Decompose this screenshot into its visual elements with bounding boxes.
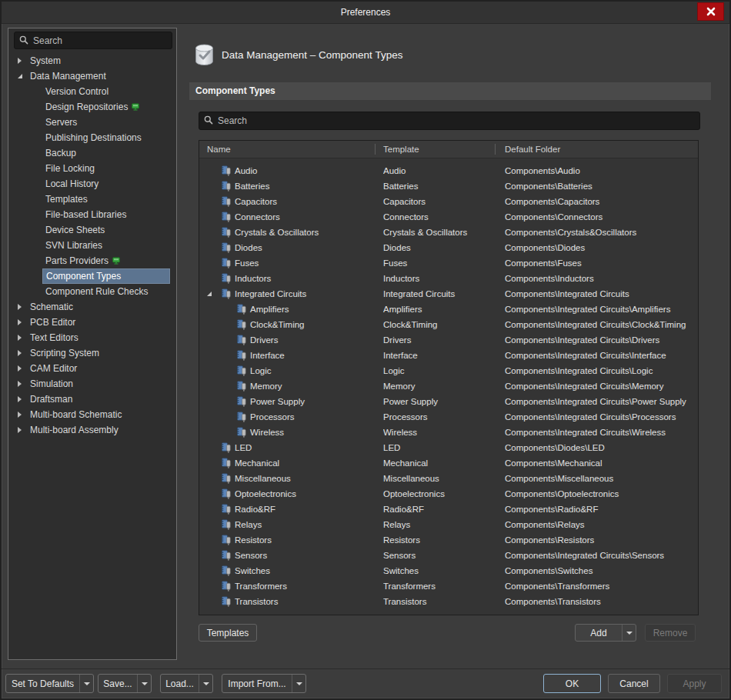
cancel-button[interactable]: Cancel <box>608 674 660 693</box>
sidebar-item-templates[interactable]: Templates <box>8 192 176 207</box>
sidebar-item-simulation[interactable]: Simulation <box>8 376 176 392</box>
table-row-sensors[interactable]: SensorsSensorsComponents\Integrated Circ… <box>199 548 698 563</box>
sidebar-item-pcb-editor[interactable]: PCB Editor <box>8 315 176 330</box>
set-to-defaults-dropdown-button[interactable] <box>79 675 93 692</box>
save-button[interactable]: Save... <box>98 675 137 692</box>
load-dropdown-button[interactable] <box>199 675 212 692</box>
cell-template: Clock&Timing <box>383 320 505 329</box>
sidebar-item-component-types[interactable]: Component Types <box>8 268 176 284</box>
sidebar-item-data-management[interactable]: Data Management <box>8 68 176 84</box>
component-type-icon <box>221 442 231 453</box>
cell-default-folder: Components\Transformers <box>505 582 698 591</box>
table-row-power-supply[interactable]: Power SupplyPower SupplyComponents\Integ… <box>199 394 698 409</box>
tree-expand-icon[interactable] <box>18 304 25 310</box>
tree-expand-icon[interactable] <box>18 396 25 402</box>
save-dropdown-button[interactable] <box>137 675 151 692</box>
column-divider[interactable] <box>375 144 376 155</box>
tree-expand-icon[interactable] <box>18 350 25 356</box>
table-row-wireless[interactable]: WirelessWirelessComponents\Integrated Ci… <box>199 425 698 440</box>
table-row-radio-rf[interactable]: Radio&RFRadio&RFComponents\Radio&RF <box>199 502 698 517</box>
row-collapse-icon[interactable] <box>205 292 221 296</box>
table-row-resistors[interactable]: ResistorsResistorsComponents\Resistors <box>199 532 698 548</box>
cell-default-folder: Components\Diodes <box>505 243 698 252</box>
table-row-relays[interactable]: RelaysRelaysComponents\Relays <box>199 517 698 532</box>
tree-expand-icon[interactable] <box>18 412 25 418</box>
table-row-integrated-circuits[interactable]: Integrated CircuitsIntegrated CircuitsCo… <box>199 286 698 302</box>
tree-collapse-icon[interactable] <box>18 74 25 78</box>
tree-expand-icon[interactable] <box>18 335 25 341</box>
sidebar-item-text-editors[interactable]: Text Editors <box>8 330 176 345</box>
import-from-button[interactable]: Import From... <box>222 675 292 692</box>
table-row-transistors[interactable]: TransistorsTransistorsComponents\Transis… <box>199 594 698 609</box>
table-row-interface[interactable]: InterfaceInterfaceComponents\Integrated … <box>199 348 698 363</box>
sidebar-item-design-repositories[interactable]: Design Repositories <box>8 99 176 115</box>
table-row-batteries[interactable]: BatteriesBatteriesComponents\Batteries <box>199 178 698 194</box>
component-types-search-input[interactable] <box>218 112 696 129</box>
column-header-default-folder[interactable]: Default Folder <box>505 141 560 158</box>
add-button[interactable]: Add <box>576 625 622 641</box>
sidebar-item-multi-board-schematic[interactable]: Multi-board Schematic <box>8 407 176 422</box>
table-row-audio[interactable]: AudioAudioComponents\Audio <box>199 163 698 178</box>
table-row-connectors[interactable]: ConnectorsConnectorsComponents\Connector… <box>199 209 698 225</box>
table-row-inductors[interactable]: InductorsInductorsComponents\Inductors <box>199 271 698 286</box>
sidebar-item-draftsman[interactable]: Draftsman <box>8 392 176 407</box>
tree-expand-icon[interactable] <box>18 381 25 387</box>
sidebar-item-component-rule-checks[interactable]: Component Rule Checks <box>8 284 176 299</box>
sidebar-item-device-sheets[interactable]: Device Sheets <box>8 222 176 238</box>
column-header-template[interactable]: Template <box>383 141 419 158</box>
component-name: Switches <box>235 566 270 575</box>
import-from-dropdown-button[interactable] <box>292 675 305 692</box>
table-row-crystals-oscillators[interactable]: Crystals & OscillatorsCrystals & Oscilla… <box>199 225 698 240</box>
add-dropdown-button[interactable] <box>622 625 636 641</box>
ok-button[interactable]: OK <box>543 674 601 693</box>
sidebar-item-system[interactable]: System <box>8 53 176 68</box>
cell-default-folder: Components\Integrated Circuits\Memory <box>505 382 698 391</box>
column-header-name[interactable]: Name <box>207 141 231 158</box>
table-row-amplifiers[interactable]: AmplifiersAmplifiersComponents\Integrate… <box>199 302 698 317</box>
component-name: Processors <box>250 412 295 422</box>
sidebar-item-publishing-destinations[interactable]: Publishing Destinations <box>8 130 176 145</box>
load-button[interactable]: Load... <box>161 675 199 692</box>
tree-expand-icon[interactable] <box>18 427 25 433</box>
table-row-transformers[interactable]: TransformersTransformersComponents\Trans… <box>199 578 698 594</box>
sidebar-item-cam-editor[interactable]: CAM Editor <box>8 361 176 376</box>
component-types-table: Name Template Default Folder AudioAudioC… <box>199 140 699 615</box>
sidebar-item-version-control[interactable]: Version Control <box>8 84 176 99</box>
table-row-miscellaneous[interactable]: MiscellaneousMiscellaneousComponents\Mis… <box>199 471 698 486</box>
column-divider[interactable] <box>495 144 496 155</box>
table-row-optoelectronics[interactable]: OptoelectronicsOptoelectronicsComponents… <box>199 486 698 502</box>
sidebar-item-label: Device Sheets <box>45 225 105 235</box>
sidebar-item-label: Component Types <box>42 268 170 284</box>
sidebar-search-input[interactable] <box>33 32 169 48</box>
table-row-logic[interactable]: LogicLogicComponents\Integrated Circuits… <box>199 363 698 378</box>
table-row-diodes[interactable]: DiodesDiodesComponents\Diodes <box>199 240 698 255</box>
sidebar-item-backup[interactable]: Backup <box>8 145 176 161</box>
table-row-capacitors[interactable]: CapacitorsCapacitorsComponents\Capacitor… <box>199 194 698 209</box>
table-row-mechanical[interactable]: MechanicalMechanicalComponents\Mechanica… <box>199 455 698 471</box>
sidebar-item-schematic[interactable]: Schematic <box>8 299 176 315</box>
sidebar-item-servers[interactable]: Servers <box>8 115 176 130</box>
sidebar-item-scripting-system[interactable]: Scripting System <box>8 345 176 361</box>
table-row-led[interactable]: LEDLEDComponents\Diodes\LED <box>199 440 698 455</box>
cell-default-folder: Components\Integrated Circuits\Logic <box>505 366 698 375</box>
tree-expand-icon[interactable] <box>18 319 25 325</box>
table-row-drivers[interactable]: DriversDriversComponents\Integrated Circ… <box>199 332 698 348</box>
table-row-processors[interactable]: ProcessorsProcessorsComponents\Integrate… <box>199 409 698 425</box>
chevron-down-icon <box>142 682 148 685</box>
set-to-defaults-button[interactable]: Set To Defaults <box>6 675 79 692</box>
table-row-memory[interactable]: MemoryMemoryComponents\Integrated Circui… <box>199 378 698 394</box>
sidebar-item-multi-board-assembly[interactable]: Multi-board Assembly <box>8 422 176 438</box>
table-row-clock-timing[interactable]: Clock&TimingClock&TimingComponents\Integ… <box>199 317 698 332</box>
table-row-fuses[interactable]: FusesFusesComponents\Fuses <box>199 255 698 271</box>
sidebar-item-parts-providers[interactable]: Parts Providers <box>8 253 176 268</box>
sidebar-item-file-based-libraries[interactable]: File-based Libraries <box>8 207 176 222</box>
tree-expand-icon[interactable] <box>18 365 25 372</box>
sidebar-item-local-history[interactable]: Local History <box>8 176 176 192</box>
table-row-switches[interactable]: SwitchesSwitchesComponents\Switches <box>199 563 698 578</box>
sidebar-item-svn-libraries[interactable]: SVN Libraries <box>8 238 176 253</box>
cell-name: Amplifiers <box>199 304 383 315</box>
templates-button[interactable]: Templates <box>199 624 257 642</box>
close-button[interactable] <box>697 2 724 21</box>
tree-expand-icon[interactable] <box>18 58 25 64</box>
sidebar-item-file-locking[interactable]: File Locking <box>8 161 176 176</box>
